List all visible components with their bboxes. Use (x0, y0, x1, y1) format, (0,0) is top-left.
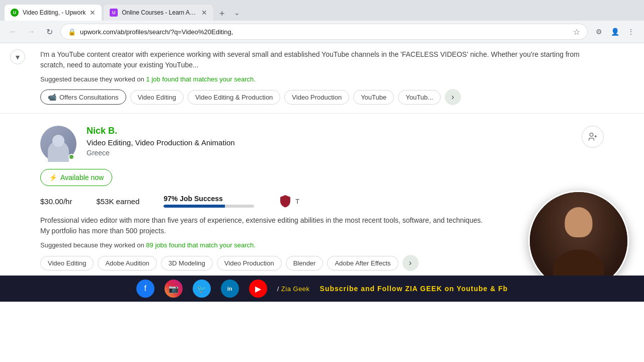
skill-tag-blender[interactable]: Blender (286, 256, 324, 270)
browser-chrome: U Video Editing, - Upwork ✕ U Online Cou… (0, 0, 644, 43)
top-rated-badge: T (278, 194, 299, 208)
lock-icon: 🔒 (68, 28, 76, 36)
total-earned: $53K earned (96, 197, 139, 206)
skill-tag-adobe-audition[interactable]: Adobe Audition (98, 256, 156, 270)
social-cta-text: Subscribe and Follow ZIA GEEK on Youtube… (320, 285, 508, 293)
tab-active[interactable]: U Video Editing, - Upwork ✕ (4, 4, 102, 21)
main-content: ▾ I'm a YouTube content creator with exp… (0, 43, 644, 302)
suggested-text-1: Suggested because they worked on 1 job f… (40, 75, 644, 83)
twitter-icon[interactable]: 🐦 (193, 280, 211, 298)
svg-point-0 (590, 133, 593, 137)
tab-label-2: Online Courses - Learn Anyth... (122, 9, 197, 16)
extensions-icon[interactable]: ⚙ (592, 25, 606, 39)
tag-youtube[interactable]: YouTube (353, 90, 394, 105)
skills-tags-row: Video Editing Adobe Audition 3D Modeling… (40, 255, 604, 271)
shield-icon (278, 194, 292, 208)
zia-geek-label: / Zia Geek (277, 285, 310, 293)
video-presenter (530, 192, 627, 290)
tag-video-production[interactable]: Video Production (284, 90, 349, 105)
tag-video-editing[interactable]: Video Editing (130, 90, 184, 105)
job-success: 97% Job Success (164, 195, 254, 208)
new-tab-button[interactable]: + (215, 7, 229, 21)
top-rated-label: T (295, 198, 299, 205)
job-success-fill (164, 205, 252, 208)
skill-tag-adobe-after-effects[interactable]: Adobe After Effects (327, 256, 398, 270)
refresh-button[interactable]: ↻ (42, 25, 56, 39)
more-options-icon[interactable]: ⋮ (624, 25, 638, 39)
chevron-down-icon: ▾ (16, 52, 20, 62)
upwork-favicon: U (11, 9, 19, 17)
linkedin-icon[interactable]: in (221, 280, 239, 298)
lightning-icon: ⚡ (49, 173, 57, 182)
tab-overflow-button[interactable]: ⌄ (230, 5, 244, 21)
bookmark-icon[interactable]: ☆ (573, 27, 580, 37)
skills-more-button[interactable]: › (403, 255, 419, 271)
available-now-button[interactable]: ⚡ Available now (40, 169, 112, 186)
address-text: upwork.com/ab/profiles/search/?q=Video%2… (80, 28, 569, 36)
job-success-label: 97% Job Success (164, 195, 254, 203)
tag-youtube-2[interactable]: YouTub... (398, 90, 441, 105)
suggested-link-1[interactable]: 1 job found that matches your search. (146, 75, 256, 83)
skill-tag-video-production[interactable]: Video Production (217, 256, 282, 270)
address-bar-icons: ☆ (573, 27, 580, 37)
tag-video-editing-production[interactable]: Video Editing & Production (188, 90, 280, 105)
tag-label: Offers Consultations (59, 94, 119, 101)
address-bar-row: ← → ↻ 🔒 upwork.com/ab/profiles/search/?q… (0, 21, 644, 43)
profile-header: Nick B. Video Editing, Video Production … (40, 126, 604, 162)
hourly-rate: $30.00/hr (40, 197, 72, 206)
stats-row: $30.00/hr $53K earned 97% Job Success T (40, 194, 604, 208)
tab-bar: U Video Editing, - Upwork ✕ U Online Cou… (0, 0, 644, 21)
skill-tag-video-editing[interactable]: Video Editing (40, 256, 94, 270)
profile-description: Professional video editor with more than… (40, 215, 493, 236)
avatar-wrapper (40, 126, 76, 162)
job-success-bar (164, 205, 254, 208)
add-to-list-button[interactable] (582, 126, 604, 148)
tag-offers-consultations[interactable]: 📹 Offers Consultations (40, 89, 126, 105)
back-button[interactable]: ← (6, 25, 20, 39)
video-icon: 📹 (48, 93, 56, 101)
udemy-favicon: U (110, 9, 118, 17)
profile-name[interactable]: Nick B. (87, 126, 572, 136)
prev-profile-description: I'm a YouTube content creator with exper… (40, 49, 594, 70)
skill-tag-3d-modeling[interactable]: 3D Modeling (161, 256, 213, 270)
profile-title: Video Editing, Video Production & Animat… (87, 138, 572, 147)
suggested-link-2[interactable]: 89 jobs found that match your search. (146, 241, 256, 249)
tags-more-button[interactable]: › (445, 89, 461, 105)
instagram-icon[interactable]: 📷 (165, 280, 183, 298)
toolbar-icons: ⚙ 👤 ⋮ (592, 25, 638, 39)
tab-inactive[interactable]: U Online Courses - Learn Anyth... ✕ (103, 4, 214, 21)
tab-close-1[interactable]: ✕ (90, 9, 96, 17)
online-indicator (68, 154, 74, 160)
youtube-icon[interactable]: ▶ (249, 280, 267, 298)
social-bar: f 📷 🐦 in ▶ / Zia Geek Subscribe and Foll… (0, 276, 644, 302)
tab-label-1: Video Editing, - Upwork (23, 9, 86, 16)
facebook-icon[interactable]: f (136, 280, 154, 298)
profile-info: Nick B. Video Editing, Video Production … (87, 126, 572, 157)
suggested-text-2: Suggested because they worked on 89 jobs… (40, 241, 604, 249)
tab-close-2[interactable]: ✕ (201, 9, 207, 17)
collapse-button-1[interactable]: ▾ (10, 49, 25, 64)
profile-section: Nick B. Video Editing, Video Production … (0, 114, 644, 302)
profile-location: Greece (87, 149, 572, 157)
profile-icon[interactable]: 👤 (608, 25, 622, 39)
prev-profile-section: ▾ I'm a YouTube content creator with exp… (0, 43, 644, 114)
forward-button[interactable]: → (24, 25, 38, 39)
tags-row-1: 📹 Offers Consultations Video Editing Vid… (40, 89, 644, 105)
address-bar[interactable]: 🔒 upwork.com/ab/profiles/search/?q=Video… (60, 24, 588, 40)
